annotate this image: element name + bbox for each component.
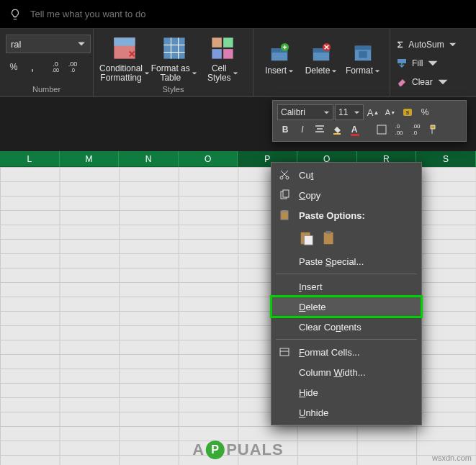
cells-group: Insert Delete Format (253, 29, 390, 96)
clear-button[interactable]: Clear (396, 73, 457, 91)
context-menu: Cut Copy Paste Options: Paste Special...… (271, 162, 422, 425)
borders-icon (376, 124, 387, 135)
center-align-button[interactable] (312, 122, 328, 137)
accounting-format-button[interactable]: $ (400, 104, 416, 120)
svg-rect-24 (377, 125, 386, 134)
mini-toolbar: Calibri 11 A▲ A▼ $ % B I A .0.00 .00.0 (272, 100, 467, 142)
svg-rect-35 (280, 348, 289, 356)
svg-rect-32 (304, 235, 313, 245)
italic-button[interactable]: I (295, 122, 310, 137)
svg-point-25 (280, 176, 283, 179)
decrease-font-button[interactable]: A▼ (382, 104, 398, 120)
ribbon: ral % , .0.00 .00.0 Number Conditional F… (0, 29, 476, 97)
svg-rect-8 (223, 37, 233, 48)
ctx-insert[interactable]: Insert (271, 276, 421, 297)
format-cells-button[interactable]: Format (343, 39, 383, 76)
svg-point-26 (286, 176, 289, 179)
mini-font-select[interactable]: Calibri (277, 104, 333, 120)
column-header-S[interactable]: S (416, 151, 476, 167)
decrease-decimal-mini[interactable]: .00.0 (408, 122, 424, 137)
fill-color-button[interactable] (329, 122, 345, 137)
insert-cells-button[interactable]: Insert (259, 39, 300, 76)
fill-button[interactable]: Fill (396, 55, 457, 72)
comma-style-button[interactable]: , (24, 59, 40, 75)
format-painter-button[interactable] (426, 122, 441, 137)
insert-cells-icon (269, 42, 290, 63)
svg-rect-2 (163, 37, 184, 58)
ctx-paste-special[interactable]: Paste Special... (271, 251, 421, 271)
cell-styles-button[interactable]: Cell Styles (199, 32, 248, 83)
scissors-icon (279, 169, 290, 181)
svg-rect-33 (324, 232, 333, 245)
ctx-delete[interactable]: Delete (271, 297, 421, 317)
ctx-copy[interactable]: Copy (271, 185, 421, 205)
chevron-down-icon (449, 39, 457, 50)
fill-down-icon (396, 58, 408, 69)
paste-default-icon[interactable] (299, 230, 315, 246)
tellme-bar (0, 0, 476, 29)
column-header-L[interactable]: L (0, 151, 60, 167)
ctx-separator (276, 274, 417, 274)
mini-size-select[interactable]: 11 (335, 104, 364, 120)
column-header-M[interactable]: M (60, 151, 120, 167)
delete-cells-icon (310, 42, 332, 63)
svg-text:$: $ (406, 109, 410, 116)
borders-button[interactable] (374, 122, 390, 137)
eraser-icon (396, 76, 408, 88)
format-cells-icon (352, 42, 374, 63)
column-header-N[interactable]: N (119, 151, 179, 167)
ctx-format-cells[interactable]: Format Cells... (271, 342, 421, 362)
chevron-down-icon (427, 58, 439, 69)
chevron-down-icon (323, 109, 330, 116)
svg-rect-19 (359, 52, 367, 58)
conditional-formatting-icon (112, 35, 138, 61)
conditional-formatting-button[interactable]: Conditional Formatting (99, 32, 150, 83)
styles-group: Conditional Formatting Format as Table C… (94, 29, 253, 96)
svg-rect-23 (333, 133, 341, 135)
ctx-separator (276, 339, 417, 340)
increase-decimal-button[interactable]: .0.00 (48, 59, 63, 75)
column-header-O[interactable]: O (179, 151, 238, 167)
number-group: ral % , .0.00 .00.0 Number (0, 29, 94, 96)
format-cells-icon (279, 346, 290, 358)
ctx-clear-contents[interactable]: Clear Contents (271, 317, 421, 337)
percent-mini-button[interactable]: % (417, 104, 433, 120)
svg-rect-7 (212, 37, 223, 48)
clipboard-icon (279, 209, 290, 221)
bold-button[interactable]: B (277, 122, 293, 137)
chevron-down-icon (77, 40, 86, 48)
watermark: A P PUALS (192, 441, 283, 459)
increase-decimal-mini[interactable]: .0.00 (391, 122, 407, 137)
svg-rect-18 (355, 46, 372, 50)
site-credit: wsxdn.com (432, 453, 472, 462)
svg-rect-34 (326, 231, 331, 234)
svg-rect-28 (283, 190, 289, 197)
styles-group-label: Styles (99, 85, 247, 95)
decrease-decimal-button[interactable]: .00.0 (65, 59, 81, 75)
ctx-column-width[interactable]: Column Width... (271, 362, 421, 382)
paintbrush-icon (428, 124, 439, 135)
brand-badge: P (206, 441, 225, 459)
sigma-icon (396, 39, 404, 50)
percent-button[interactable]: % (6, 59, 22, 75)
chevron-down-icon (437, 76, 449, 88)
format-as-table-button[interactable]: Format as Table (150, 32, 199, 83)
increase-font-button[interactable]: A▲ (365, 104, 381, 120)
ctx-hide[interactable]: Hide (271, 382, 421, 402)
bucket-icon (331, 124, 343, 135)
chevron-down-icon (354, 109, 360, 116)
lightbulb-icon (9, 8, 22, 21)
align-center-icon (314, 124, 325, 135)
currency-icon: $ (402, 107, 413, 118)
format-table-icon (161, 35, 187, 61)
tellme-input[interactable] (30, 9, 246, 19)
number-group-label: Number (6, 85, 87, 95)
paste-keep-source-icon[interactable] (322, 230, 338, 246)
ctx-cut[interactable]: Cut (271, 165, 421, 185)
ctx-paste-options-header: Paste Options: (271, 205, 421, 225)
autosum-button[interactable]: AutoSum (396, 36, 457, 53)
ctx-unhide[interactable]: Unhide (271, 402, 421, 423)
delete-cells-button[interactable]: Delete (301, 39, 341, 76)
number-format-select[interactable]: ral (6, 35, 91, 53)
copy-icon (279, 189, 290, 201)
